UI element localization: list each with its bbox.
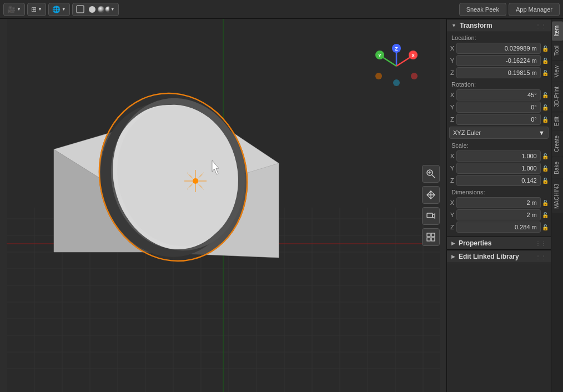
- scale-z-row: Z 🔓: [447, 174, 551, 187]
- scale-label: Scale:: [447, 140, 551, 150]
- pan-tool-btn[interactable]: [422, 186, 440, 204]
- dim-z-row: Z 🔓: [447, 221, 551, 233]
- transform-section-header[interactable]: ▼ Transform ⋮⋮: [447, 19, 551, 32]
- right-panel: ▼ Transform ⋮⋮ Location: X 🔓 Y 🔓 Z: [446, 19, 563, 392]
- tab-3dprint[interactable]: 3D-Print: [552, 82, 563, 112]
- properties-dots: ⋮⋮: [535, 240, 546, 247]
- svg-point-1: [89, 6, 95, 13]
- properties-collapse-icon: ▶: [451, 240, 455, 246]
- svg-line-59: [432, 175, 435, 178]
- svg-marker-63: [433, 214, 435, 218]
- location-z-input[interactable]: [456, 67, 541, 78]
- gizmo[interactable]: Z X Y: [374, 44, 419, 90]
- scale-z-input[interactable]: [456, 175, 541, 186]
- properties-title: Properties: [459, 239, 532, 247]
- rotation-label: Rotation:: [447, 79, 551, 89]
- location-y-input[interactable]: [456, 55, 541, 66]
- rotation-z-lock[interactable]: 🔓: [542, 115, 549, 124]
- globe-icon: 🌐: [52, 6, 61, 13]
- top-toolbar: 🎥 ▼ ⊞ ▼ 🌐 ▼: [0, 0, 563, 19]
- scale-y-lock[interactable]: 🔓: [542, 164, 549, 173]
- tab-create[interactable]: Create: [552, 131, 563, 157]
- dy-axis-label: Y: [449, 212, 455, 218]
- rotation-x-lock[interactable]: 🔓: [542, 91, 549, 99]
- dim-y-row: Y 🔓: [447, 209, 551, 221]
- location-x-lock[interactable]: 🔓: [542, 44, 549, 53]
- sneak-peek-button[interactable]: Sneak Peek: [459, 3, 506, 16]
- dim-x-input[interactable]: [456, 197, 541, 208]
- edit-linked-library-header[interactable]: ▶ Edit Linked Library ⋮⋮: [447, 250, 551, 263]
- location-y-lock[interactable]: 🔓: [542, 56, 549, 65]
- chevron-down-icon4: ▼: [110, 7, 115, 12]
- rz-axis-label: Z: [449, 116, 455, 123]
- location-y-row: Y 🔓: [447, 54, 551, 67]
- svg-text:Y: Y: [378, 53, 381, 58]
- dimensions-label: Dimensions:: [447, 187, 551, 197]
- svg-rect-65: [431, 233, 435, 237]
- tab-bake[interactable]: Bake: [552, 157, 563, 179]
- svg-rect-0: [77, 6, 84, 13]
- location-z-row: Z 🔓: [447, 67, 551, 79]
- dim-y-input[interactable]: [456, 209, 541, 220]
- camera-view-btn[interactable]: [422, 207, 440, 225]
- ell-dots: ⋮⋮: [535, 254, 546, 260]
- app-manager-button[interactable]: App Manager: [509, 3, 560, 16]
- dim-z-lock[interactable]: 🔓: [542, 223, 549, 232]
- render-mode-btn[interactable]: 🌐 ▼: [48, 3, 70, 16]
- rotation-y-lock[interactable]: 🔓: [542, 103, 549, 112]
- dim-z-input[interactable]: [456, 222, 541, 233]
- scale-x-lock[interactable]: 🔓: [542, 152, 549, 160]
- svg-rect-67: [431, 238, 435, 241]
- svg-rect-66: [427, 238, 430, 241]
- svg-point-55: [411, 73, 418, 79]
- z-axis-label: Z: [449, 69, 455, 76]
- dim-x-lock[interactable]: 🔓: [542, 198, 549, 207]
- ell-collapse-icon: ▶: [451, 254, 455, 259]
- zoom-tool-btn[interactable]: [422, 165, 440, 183]
- transform-title: Transform: [460, 22, 532, 29]
- ry-axis-label: Y: [449, 104, 455, 110]
- scale-z-lock[interactable]: 🔓: [542, 176, 549, 185]
- chevron-down-icon: ▼: [17, 7, 21, 12]
- svg-text:Z: Z: [395, 46, 398, 52]
- viewport-mode-btn[interactable]: 🎥 ▼: [3, 3, 25, 16]
- tab-item[interactable]: Item: [552, 21, 563, 41]
- scale-y-row: Y 🔓: [447, 162, 551, 174]
- shading-mode-btn[interactable]: ▼: [72, 3, 119, 16]
- viewport[interactable]: Z X Y: [0, 19, 446, 392]
- overlay-icon: ⊞: [31, 6, 37, 13]
- x-axis-label: X: [449, 45, 455, 52]
- dx-axis-label: X: [449, 199, 455, 206]
- overlay-btn[interactable]: ⊞ ▼: [27, 3, 46, 16]
- grid-view-btn[interactable]: [422, 228, 440, 246]
- panel-content: ▼ Transform ⋮⋮ Location: X 🔓 Y 🔓 Z: [447, 19, 551, 392]
- scale-x-input[interactable]: [456, 150, 541, 162]
- svg-point-3: [105, 6, 109, 12]
- edit-linked-library-title: Edit Linked Library: [459, 253, 532, 260]
- svg-rect-64: [427, 233, 430, 237]
- rotation-y-input[interactable]: [456, 102, 541, 113]
- scale-y-input[interactable]: [456, 163, 541, 174]
- tab-machin3[interactable]: MACHIN3: [552, 179, 563, 213]
- shading-icon: ▼: [76, 4, 115, 14]
- section-dots: ⋮⋮: [535, 23, 546, 29]
- collapse-icon: ▼: [451, 23, 456, 28]
- euler-chevron: ▼: [539, 129, 545, 136]
- rotation-x-input[interactable]: [456, 89, 541, 100]
- dim-y-lock[interactable]: 🔓: [542, 210, 549, 219]
- rotation-z-input[interactable]: [456, 114, 541, 125]
- svg-rect-62: [427, 213, 433, 218]
- y-axis-label: Y: [449, 57, 455, 64]
- tab-view[interactable]: View: [552, 61, 563, 82]
- tab-tool[interactable]: Tool: [552, 41, 563, 60]
- svg-point-2: [98, 6, 104, 13]
- gizmo-svg: Z X Y: [374, 44, 419, 88]
- scale-x-row: X 🔓: [447, 150, 551, 162]
- rx-axis-label: X: [449, 92, 455, 98]
- location-x-row: X 🔓: [447, 42, 551, 54]
- tab-edit[interactable]: Edit: [552, 112, 563, 130]
- euler-select[interactable]: XYZ Euler ▼: [449, 127, 549, 139]
- properties-section-header[interactable]: ▶ Properties ⋮⋮: [447, 237, 551, 250]
- location-x-input[interactable]: [456, 43, 541, 54]
- location-z-lock[interactable]: 🔓: [542, 68, 549, 77]
